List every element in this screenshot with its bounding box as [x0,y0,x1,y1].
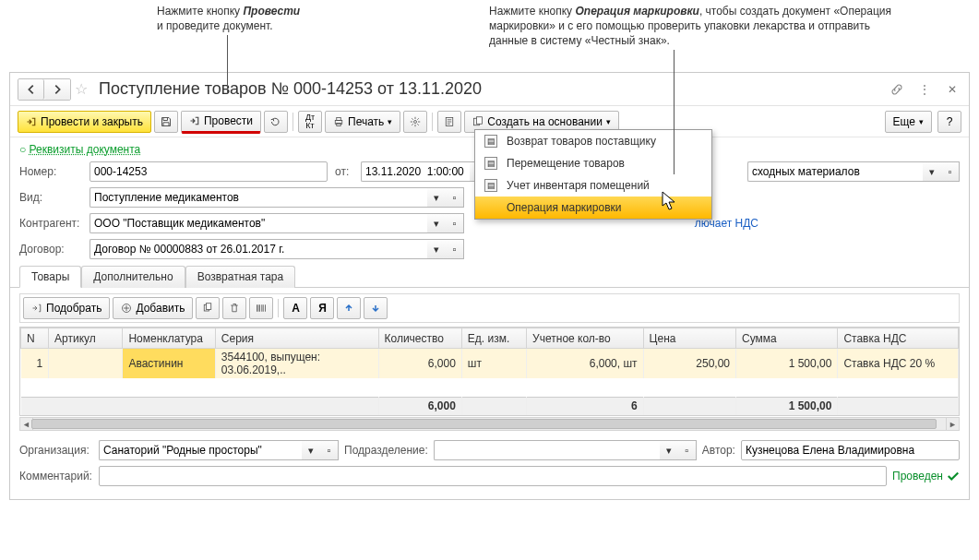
print-button[interactable]: Печать ▾ [325,111,400,133]
callout-provesti: Нажмите кнопку Провестии проведите докум… [157,4,434,33]
open-button[interactable]: ▫ [446,187,464,208]
col-article[interactable]: Артикул [49,328,123,349]
cell-series: 3544100, выпущен: 03.06.2019,.. [215,349,378,379]
chevron-down-icon: ▾ [606,117,611,126]
report-button[interactable] [437,111,461,133]
nav-back-button[interactable] [18,79,44,100]
dropdown-button[interactable]: ▾ [427,239,446,259]
document-icon: ▤ [484,157,497,170]
col-qty[interactable]: Количество [378,328,461,349]
open-button[interactable]: ▫ [446,213,464,233]
number-label: Номер: [19,165,82,178]
page-title: Поступление товаров № 000-14253 от 13.11… [99,79,884,99]
menu-move-goods[interactable]: ▤ Перемещение товаров [475,152,711,174]
comment-input[interactable] [99,466,887,486]
col-sum[interactable]: Сумма [735,328,837,349]
help-button[interactable]: ? [937,111,961,133]
delete-button[interactable] [222,297,246,319]
chevron-down-icon: ▾ [388,117,392,126]
more-label: Еще [893,115,915,128]
menu-marking-operation[interactable]: Операция маркировки [475,197,711,219]
kebab-icon[interactable]: ⋮ [915,80,934,99]
post-button[interactable]: Провести [181,111,261,133]
org-input[interactable] [99,440,302,460]
post-and-close-button[interactable]: Провести и закрыть [18,111,151,133]
pick-label: Подобрать [46,302,101,315]
tab-tare[interactable]: Возвратная тара [185,266,296,288]
cell-nomen[interactable]: Авастинин [123,349,215,379]
svg-rect-10 [207,304,211,310]
link-icon[interactable] [888,80,906,99]
scroll-thumb[interactable] [31,419,937,429]
cell-unit: шт [461,349,526,379]
dropdown-button[interactable]: ▾ [427,187,446,208]
tab-goods[interactable]: Товары [19,266,81,288]
col-nomen[interactable]: Номенклатура [123,328,215,349]
menu-item-label: Перемещение товаров [507,157,625,170]
requisites-link[interactable]: Реквизиты документа [30,141,141,158]
total-qty: 6,000 [378,397,461,415]
contract-input[interactable] [90,239,427,259]
open-button[interactable]: ▫ [446,239,464,259]
open-button[interactable]: ▫ [941,161,960,182]
callout-line-1 [227,35,228,94]
cell-price: 250,00 [643,349,735,379]
open-button[interactable]: ▫ [320,440,339,460]
from-label: от: [335,165,353,178]
table-header-row: N Артикул Номенклатура Серия Количество … [21,328,959,349]
col-series[interactable]: Серия [215,328,378,349]
document-icon: ▤ [484,135,497,148]
sort-asc-button[interactable]: А [283,297,307,319]
col-n[interactable]: N [21,328,49,349]
sort-desc-button[interactable]: Я [310,297,334,319]
scroll-right-icon[interactable]: ► [946,418,959,430]
tab-extra[interactable]: Дополнительно [81,266,185,288]
type-input[interactable] [90,187,427,208]
barcode-button[interactable] [249,297,273,319]
tail-input[interactable] [747,161,923,182]
dropdown-button[interactable]: ▾ [302,440,320,460]
close-icon[interactable]: ✕ [943,80,961,99]
col-vat[interactable]: Ставка НДС [838,328,959,349]
number-input[interactable] [90,161,328,182]
org-label: Организация: [19,444,93,457]
svg-rect-6 [477,116,483,124]
add-button[interactable]: Добавить [113,297,193,319]
undo-post-button[interactable] [264,111,288,133]
type-label: Вид: [19,191,82,204]
pick-button[interactable]: Подобрать [23,297,110,319]
col-acc-qty[interactable]: Учетное кол-во [527,328,643,349]
cell-n: 1 [21,349,49,379]
move-down-button[interactable] [364,297,388,319]
table-row[interactable]: 1 Авастинин 3544100, выпущен: 03.06.2019… [21,349,959,379]
save-button[interactable] [154,111,178,133]
col-unit[interactable]: Ед. изм. [461,328,526,349]
counterparty-input[interactable] [90,213,427,233]
print-label: Печать [348,115,384,128]
col-price[interactable]: Цена [643,328,735,349]
goods-table: N Артикул Номенклатура Серия Количество … [19,327,960,416]
menu-inventory[interactable]: ▤ Учет инвентаря помещений [475,174,711,197]
dropdown-button[interactable]: ▾ [923,161,941,182]
copy-button[interactable] [196,297,220,319]
check-icon [947,470,960,483]
dept-input[interactable] [434,440,660,460]
settings-button[interactable] [403,111,427,133]
star-icon[interactable]: ☆ [75,80,88,98]
nav-forward-button[interactable] [44,79,70,100]
chevron-down-icon: ▾ [919,117,924,126]
horizontal-scrollbar[interactable]: ◄ ► [19,417,960,431]
dropdown-button[interactable]: ▾ [427,213,446,233]
dtkt-button[interactable]: ДтКт [298,111,322,133]
separator [278,299,279,317]
menu-return-goods[interactable]: ▤ Возврат товаров поставщику [475,130,711,152]
more-button[interactable]: Еще ▾ [885,111,932,133]
comment-label: Комментарий: [19,470,93,483]
dropdown-button[interactable]: ▾ [660,440,678,460]
date-input[interactable] [361,161,470,182]
total-sum: 1 500,00 [735,397,837,415]
move-up-button[interactable] [337,297,361,319]
svg-point-3 [414,120,417,123]
open-button[interactable]: ▫ [678,440,697,460]
author-input[interactable] [741,440,960,460]
